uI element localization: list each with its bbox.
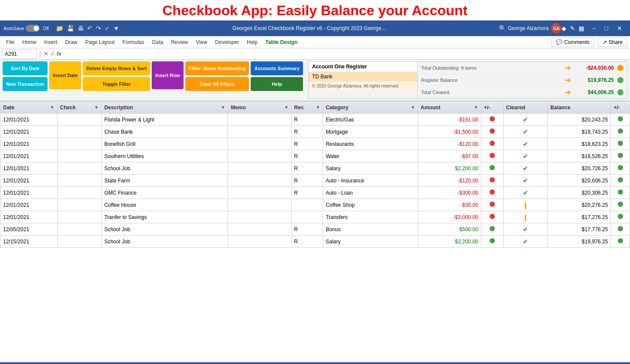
formula-x-icon[interactable]: ✕ xyxy=(44,51,48,57)
col-header-amount[interactable]: Amount ▼ xyxy=(418,101,481,114)
cell-amount: -$30.00 xyxy=(418,199,481,211)
dropdown-arrow-icon[interactable]: ▼ xyxy=(113,25,119,32)
table-row[interactable]: 12/01/2021 Chase Bank R Mortgage -$1,500… xyxy=(0,126,630,138)
cell-cleared: ✔ xyxy=(503,150,548,162)
table-row[interactable]: 12/15/2021 School Job R Salary $2,200.00… xyxy=(0,236,630,248)
pen-icon[interactable]: ✎ xyxy=(570,25,575,32)
col-header-category[interactable]: Category ▼ xyxy=(323,101,418,114)
accounts-summary-button[interactable]: Accounts Summary xyxy=(251,61,303,75)
menu-developer[interactable]: Developer xyxy=(211,37,242,47)
cell-date: 12/01/2021 xyxy=(0,162,58,175)
table-row[interactable]: 12/01/2021 School Job R Salary $2,200.00… xyxy=(0,162,630,175)
check-filter-arrow[interactable]: ▼ xyxy=(94,105,99,110)
table-row[interactable]: 12/05/2021 School Job R Bonus $500.00 ✔ … xyxy=(0,223,630,236)
menu-insert[interactable]: Insert xyxy=(41,37,61,47)
col-header-balance[interactable]: Balance xyxy=(548,101,611,114)
layout-icon[interactable]: ▦ xyxy=(579,25,584,32)
cell-amount-dot xyxy=(481,236,503,248)
redo-icon[interactable]: ↷ xyxy=(96,25,101,32)
outstanding-arrow-icon: ➔ xyxy=(565,63,571,73)
cleared-checkmark: ✔ xyxy=(523,238,528,245)
cell-cleared: ✔ xyxy=(503,126,548,138)
cell-rec: R xyxy=(291,175,323,187)
table-row[interactable]: 12/01/2021 Florida Power & Light R Elect… xyxy=(0,114,630,126)
maximize-button[interactable]: □ xyxy=(600,23,613,34)
save-icon[interactable]: 💾 xyxy=(67,25,74,32)
formula-input[interactable] xyxy=(63,51,628,57)
diamond-icon[interactable]: ◆ xyxy=(562,25,566,32)
table-row[interactable]: 12/01/2021 GMC Finance R Auto - Loan -$3… xyxy=(0,187,630,199)
amount-filter-arrow[interactable]: ▼ xyxy=(474,105,478,110)
menu-home[interactable]: Home xyxy=(19,37,40,47)
memo-filter-arrow[interactable]: ▼ xyxy=(284,105,289,110)
table-header-row: Date ▼ Check ▼ Description ▼ Memo ▼ Rec … xyxy=(0,101,630,114)
col-header-description[interactable]: Description ▼ xyxy=(102,101,228,114)
cell-rec: R xyxy=(291,223,323,236)
help-button[interactable]: Help xyxy=(251,77,303,91)
formula-fx-icon[interactable]: fx xyxy=(57,51,62,57)
cleared-checkmark: ✔ xyxy=(523,116,528,123)
menu-page-layout[interactable]: Page Layout xyxy=(82,37,118,47)
col-header-rec[interactable]: Rec ▼ xyxy=(291,101,323,114)
sort-by-date-button[interactable]: Sort By Date xyxy=(3,61,48,75)
cell-amount: -$120.00 xyxy=(418,138,481,150)
clear-filters-button[interactable]: Clear All Filters xyxy=(185,77,249,91)
search-icon[interactable]: 🔍 xyxy=(499,25,506,32)
cell-category: Water xyxy=(323,150,418,162)
cat-filter-arrow[interactable]: ▼ xyxy=(411,105,415,110)
table-row[interactable]: 12/01/2021 Southern Utilities R Water -$… xyxy=(0,150,630,162)
menu-view[interactable]: View xyxy=(193,37,211,47)
col-header-memo[interactable]: Memo ▼ xyxy=(228,101,291,114)
menu-data[interactable]: Data xyxy=(149,37,167,47)
table-row[interactable]: 12/01/2021 Coffee House Coffee Shop -$30… xyxy=(0,199,630,211)
comments-button[interactable]: 💬 Comments xyxy=(551,37,594,47)
cell-memo xyxy=(228,175,291,187)
cell-balance-dot xyxy=(611,114,630,126)
col-header-check[interactable]: Check ▼ xyxy=(57,101,102,114)
menu-draw[interactable]: Draw xyxy=(61,37,81,47)
close-button[interactable]: ✕ xyxy=(613,23,627,34)
col-header-cleared[interactable]: Cleared xyxy=(503,101,548,114)
insert-date-button[interactable]: Insert Date xyxy=(49,61,81,89)
cell-reference[interactable] xyxy=(2,49,37,59)
share-button[interactable]: ↗ Share xyxy=(598,37,627,47)
table-row[interactable]: 12/01/2021 Tranfer to Savings Transfers … xyxy=(0,211,630,223)
cleared-checkmark: ✔ xyxy=(523,189,528,196)
col-header-date[interactable]: Date ▼ xyxy=(0,101,58,114)
menu-formulas[interactable]: Formulas xyxy=(119,37,148,47)
undo-icon[interactable]: ↶ xyxy=(87,25,92,32)
new-transaction-button[interactable]: New Transaction xyxy=(3,77,48,91)
menu-file[interactable]: File xyxy=(3,37,18,47)
check-icon[interactable]: ✓ xyxy=(105,25,110,32)
back-icon[interactable]: 📁 xyxy=(56,25,63,32)
cell-balance-dot xyxy=(611,150,630,162)
autosave-toggle[interactable] xyxy=(26,25,40,32)
app-title: Checkbook App: Easily Balance your Accou… xyxy=(0,0,630,20)
cell-check xyxy=(57,162,102,175)
cleared-bar: ❙ xyxy=(523,202,528,209)
cell-check xyxy=(57,223,102,236)
date-filter-arrow[interactable]: ▼ xyxy=(50,105,54,110)
desc-filter-arrow[interactable]: ▼ xyxy=(221,105,225,110)
insert-row-button[interactable]: Insert Row xyxy=(152,61,183,89)
rec-filter-arrow[interactable]: ▼ xyxy=(316,105,320,110)
menu-review[interactable]: Review xyxy=(167,37,191,47)
formula-bar: | ✕ ✓ fx xyxy=(0,48,630,60)
table-row[interactable]: 12/01/2021 Bonefish Grill R Restaurants … xyxy=(0,138,630,150)
cell-date: 12/01/2021 xyxy=(0,199,58,211)
cell-rec: R xyxy=(291,138,323,150)
menu-help[interactable]: Help xyxy=(243,37,261,47)
print-icon[interactable]: 🖶 xyxy=(78,25,84,32)
minimize-button[interactable]: − xyxy=(588,23,600,34)
filter-outstanding-button[interactable]: Filter: Show Outstanding xyxy=(185,61,249,75)
cell-memo xyxy=(228,199,291,211)
toggle-filter-button[interactable]: Toggle Filter xyxy=(83,77,150,91)
table-row[interactable]: 12/01/2021 State Farm R Auto - Insurance… xyxy=(0,175,630,187)
col-header-plusminus[interactable]: +/- xyxy=(481,101,503,114)
formula-check-icon[interactable]: ✓ xyxy=(50,51,55,57)
register-balance-label: Register Balance xyxy=(421,78,561,83)
menu-table-design[interactable]: Table Design xyxy=(262,37,301,47)
cell-amount: $2,200.00 xyxy=(418,162,481,175)
delete-empty-rows-button[interactable]: Delete Empty Rows & Sort xyxy=(83,61,150,75)
col-header-last-plusminus[interactable]: +/- xyxy=(611,101,630,114)
